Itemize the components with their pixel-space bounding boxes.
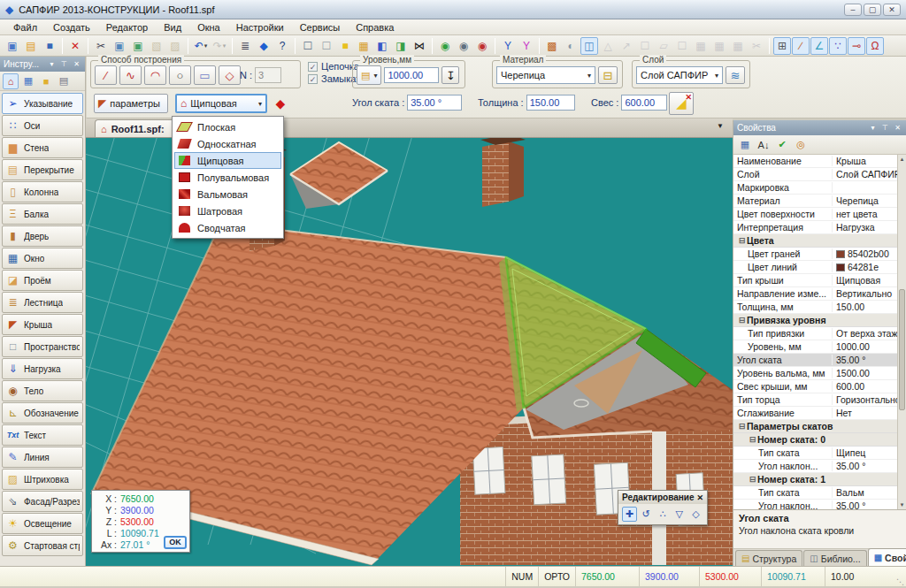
toolbar-new-button[interactable]: ▣ — [4, 37, 21, 55]
method-arc-button[interactable]: ◠ — [144, 65, 166, 85]
material-select[interactable]: Черепица▾ — [496, 66, 595, 84]
sidebar-item-pointer[interactable]: ➢Указывание — [2, 93, 83, 114]
property-row[interactable]: Угол наклон...35.00 ° — [733, 460, 897, 473]
roof-edit-button[interactable]: ◆ — [270, 93, 291, 114]
sidebar-item-column[interactable]: ▯Колонна — [2, 181, 83, 202]
roof-type-item-shed[interactable]: Односкатная — [174, 135, 281, 152]
toolbar-delete-button[interactable]: ✕ — [66, 37, 84, 55]
toolbar-snap-point-button[interactable]: ∵ — [829, 37, 847, 55]
roof-type-item-gable[interactable]: Щипцовая — [174, 152, 281, 169]
categorized-button[interactable]: ▦ — [737, 137, 753, 153]
toolbar-render-colors-button[interactable]: ▩ — [543, 37, 561, 55]
n-input[interactable] — [255, 67, 281, 83]
roof-type-item-halfhip[interactable]: Полувальмовая — [174, 169, 281, 186]
property-row[interactable]: Тип крышиЩипцовая — [733, 274, 897, 287]
sidebar-item-body[interactable]: ◉Тело — [2, 380, 83, 401]
resize-grip[interactable]: ⋱ — [894, 567, 906, 586]
toolbar-view-shaded-button[interactable]: ■ — [336, 37, 354, 55]
method-polygon-button[interactable]: ◇ — [219, 65, 241, 85]
sheet-view-button[interactable]: ▤ — [56, 73, 72, 89]
property-row[interactable]: Цвет граней85402b00 — [733, 248, 897, 261]
sidebar-item-light[interactable]: ☀Освещение — [2, 513, 83, 534]
property-row[interactable]: Тип скатаЩипец — [733, 447, 897, 460]
menu-item-windows[interactable]: Окна — [189, 19, 228, 34]
sidebar-item-section[interactable]: ⇘Фасад/Разрез — [2, 491, 83, 512]
close-button[interactable]: ✕ — [883, 4, 901, 16]
toolbar-snap-angle-button[interactable]: ∠ — [810, 37, 828, 55]
property-row[interactable]: СлойСлой САПФИР — [733, 168, 897, 181]
method-spline-button[interactable]: ∿ — [119, 65, 142, 85]
edit-trim-button[interactable]: ▽ — [672, 507, 687, 522]
cancel-contour-button[interactable]: ◢ ✕ — [669, 92, 694, 115]
sidebar-item-load[interactable]: ⇓Нагрузка — [2, 358, 83, 379]
property-group-row[interactable]: ⊟Цвета — [733, 234, 897, 248]
property-row[interactable]: СглаживаниеНет — [733, 407, 897, 420]
edit-rotate-button[interactable]: ↺ — [639, 507, 654, 522]
property-row[interactable]: МатериалЧерепица — [733, 195, 897, 208]
sidebar-item-text[interactable]: TxtТекст — [2, 424, 83, 446]
material-library-button[interactable]: ⊟ — [598, 66, 618, 84]
solid-view-button[interactable]: ■ — [38, 73, 54, 89]
panel-menu-icon[interactable]: ▾ — [868, 124, 878, 132]
sidebar-item-window[interactable]: ▦Окно — [2, 248, 83, 269]
roof-type-item-vault[interactable]: Сводчатая — [174, 219, 281, 236]
toolbar-view-textured-button[interactable]: ▦ — [355, 37, 372, 55]
toolbar-snap-magnet-button[interactable]: Ω — [866, 37, 884, 55]
layer-manager-button[interactable]: ≋ — [726, 66, 745, 84]
toolbar-print-button[interactable]: ≣ — [236, 37, 254, 55]
toolbar-filter-magenta-button[interactable]: Y — [518, 37, 535, 55]
sidebar-item-wall[interactable]: ▆Стена — [2, 137, 83, 158]
search-button[interactable]: ◎ — [793, 137, 809, 153]
favorites-button[interactable]: ✔ — [774, 137, 790, 153]
sidebar-item-axes[interactable]: ∷Оси — [2, 115, 83, 136]
property-row[interactable]: Тип скатаВальм — [733, 486, 897, 500]
ok-button[interactable]: OK — [164, 536, 187, 549]
chain-checkbox[interactable]: ✓ — [308, 62, 318, 72]
scroll-thumb[interactable] — [899, 289, 905, 409]
edit-move-button[interactable]: ✚ — [622, 507, 637, 522]
property-row[interactable]: Направление изме...Вертикально — [733, 287, 897, 301]
collapse-icon[interactable]: ⊟ — [737, 316, 747, 325]
menu-item-editor[interactable]: Редактор — [98, 19, 156, 34]
property-group-row[interactable]: ⊟Параметры скатов — [733, 420, 897, 433]
sidebar-item-annotation[interactable]: ⊾Обозначение — [2, 402, 83, 424]
overhang-input[interactable] — [621, 95, 667, 111]
menu-item-settings[interactable]: Настройки — [228, 19, 292, 34]
toolbar-show-green-button[interactable]: ◉ — [436, 37, 454, 55]
model-view-button[interactable]: ⌂ — [3, 73, 19, 89]
property-row[interactable]: Уровень, мм1000.00 — [733, 340, 897, 354]
property-row[interactable]: Уровень вальма, мм1500.00 — [733, 367, 897, 380]
property-row[interactable]: Тип торцаГоризонтально — [733, 393, 897, 407]
toolbar-link-black-button[interactable]: ⋈ — [411, 37, 428, 55]
toolbar-filter-blue-button[interactable]: Y — [499, 37, 517, 55]
sidebar-item-start-page[interactable]: ⚙Стартовая стр — [2, 535, 83, 556]
edit-edit-nodes-button[interactable]: ∴ — [656, 507, 671, 522]
sidebar-item-stairs[interactable]: ≣Лестница — [2, 292, 83, 313]
toolbar-show-all-button[interactable]: ◉ — [455, 37, 472, 55]
sidebar-item-space[interactable]: □Пространство — [2, 336, 83, 357]
pin-icon[interactable]: ⊤ — [59, 60, 69, 68]
toolbar-copy-move-button[interactable]: ▣ — [129, 37, 147, 55]
menu-item-file[interactable]: Файл — [5, 19, 45, 34]
tab-properties[interactable]: ▦Свойства — [868, 548, 906, 566]
sidebar-item-door[interactable]: ▮Дверь — [2, 225, 83, 247]
collapse-icon[interactable]: ⊟ — [737, 422, 747, 431]
toolbar-undo-button[interactable]: ↶▾ — [192, 37, 210, 55]
property-group-row[interactable]: ⊟Номер ската: 0 — [733, 433, 897, 447]
thickness-input[interactable] — [526, 95, 575, 111]
parameters-button[interactable]: ◤ параметры — [94, 94, 168, 113]
collapse-icon[interactable]: ⊟ — [748, 435, 757, 444]
toolbar-book-blue-button[interactable]: ◧ — [373, 37, 391, 55]
roof-type-dropdown[interactable]: ⌂ Щипцовая ▾ — [175, 94, 267, 113]
close-icon[interactable]: ✕ — [696, 493, 703, 502]
sidebar-item-hatch[interactable]: ▨Штриховка — [2, 469, 83, 490]
alphabetical-button[interactable]: А↓ — [756, 137, 772, 153]
property-row[interactable]: Тип привязкиОт верха этажа — [733, 327, 897, 340]
maximize-button[interactable]: ▢ — [864, 4, 881, 16]
toolbar-view-hidden-button[interactable]: ☐ — [318, 37, 335, 55]
sidebar-item-roof[interactable]: ◤Крыша — [2, 314, 83, 335]
grid-view-button[interactable]: ▦ — [20, 73, 36, 89]
layer-select[interactable]: Слой САПФИР▾ — [636, 66, 723, 84]
property-row[interactable]: Свес крыши, мм600.00 — [733, 380, 897, 393]
property-row[interactable]: Толщина, мм150.00 — [733, 301, 897, 314]
